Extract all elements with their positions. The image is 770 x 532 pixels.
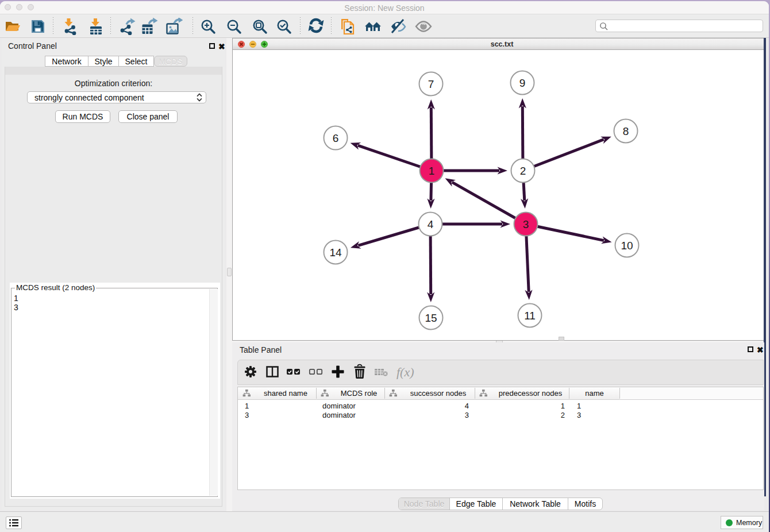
svg-text:2: 2	[520, 165, 526, 177]
svg-text:4: 4	[428, 218, 434, 230]
svg-text:10: 10	[621, 240, 633, 252]
svg-text:3: 3	[523, 218, 529, 230]
svg-text:1: 1	[429, 165, 435, 177]
svg-text:6: 6	[333, 132, 339, 144]
svg-text:11: 11	[524, 310, 536, 322]
svg-text:9: 9	[519, 77, 526, 89]
svg-text:14: 14	[329, 246, 342, 259]
svg-text:8: 8	[623, 125, 629, 137]
svg-text:15: 15	[425, 312, 437, 324]
svg-text:7: 7	[428, 78, 434, 90]
